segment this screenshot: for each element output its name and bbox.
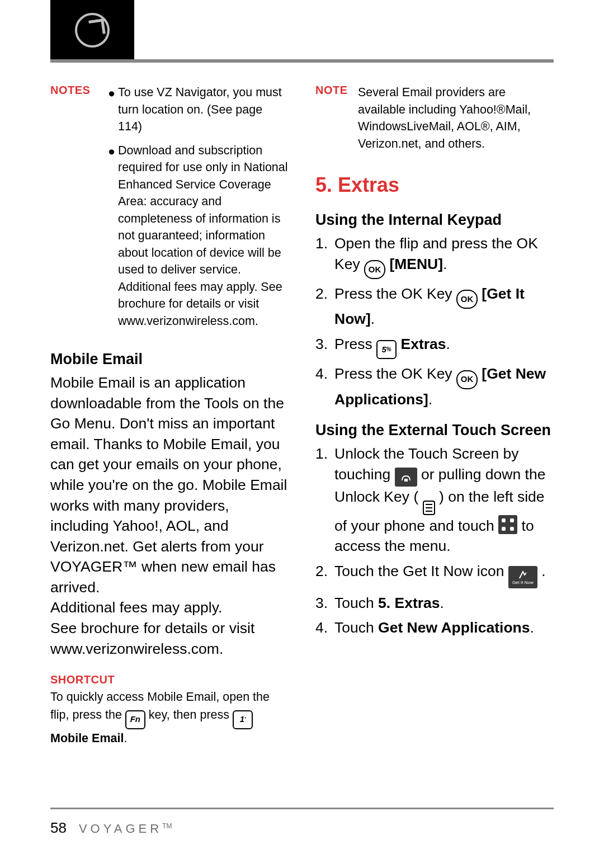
unlock-key-icon [423,501,435,515]
note-text: Several Email providers are available in… [358,84,554,152]
menu-grid-icon [498,515,517,534]
brand-logo: VOYAGERTM [79,822,172,836]
notes-text: To use VZ Navigator, you must turn locat… [118,84,289,135]
notes-item: ● Download and subscription required for… [108,142,289,330]
step-item: Touch the Get It Now icon Get It Now . [315,561,554,588]
keypad-steps: Open the flip and press the OK Key OK [M… [315,233,554,409]
shortcut-label: SHORTCUT [50,671,289,688]
note-block: NOTE Several Email providers are availab… [315,84,554,152]
notes-label: NOTES [50,84,90,96]
svg-rect-0 [404,479,408,482]
step-item: Unlock the Touch Screen by touching or p… [315,444,554,556]
ok-key-icon: OK [456,290,478,309]
page-number: 58 [50,819,67,837]
mobile-email-heading: Mobile Email [50,351,289,368]
keypad-heading: Using the Internal Keypad [315,211,554,229]
shortcut-block: SHORTCUT To quickly access Mobile Email,… [50,671,289,747]
page-footer: 58 VOYAGERTM [50,819,172,837]
ok-key-icon: OK [456,370,478,389]
fn-key-icon: Fn [125,710,145,729]
touchscreen-steps: Unlock the Touch Screen by touching or p… [315,444,554,638]
notes-text: Download and subscription required for u… [118,142,289,330]
unlock-touch-icon [395,468,417,487]
extras-heading: 5. Extras [315,173,554,197]
step-item: Touch 5. Extras. [315,593,554,614]
notes-item: ● To use VZ Navigator, you must turn loc… [108,84,289,135]
five-key-icon: 5% [376,340,397,359]
step-item: Touch Get New Applications. [315,617,554,638]
note-label: NOTE [315,84,348,96]
notes-block: NOTES ● To use VZ Navigator, you must tu… [50,84,289,336]
bottom-divider [50,808,554,809]
left-column: NOTES ● To use VZ Navigator, you must tu… [50,84,289,747]
top-divider [50,59,554,63]
step-item: Press the OK Key OK [Get New Application… [315,364,554,409]
ok-key-icon: OK [364,260,385,279]
step-item: Open the flip and press the OK Key OK [M… [315,233,554,279]
mobile-email-body: Mobile Email is an application downloada… [50,372,289,659]
step-item: Press the OK Key OK [Get It Now]. [315,284,554,329]
one-key-icon: 1' [233,710,253,729]
step-item: Press 5% Extras. [315,334,554,359]
section-icon-badge [50,0,134,60]
get-it-now-icon: Get It Now [508,566,537,588]
shortcut-text: To quickly access Mobile Email, open the… [50,688,289,747]
right-column: NOTE Several Email providers are availab… [315,84,554,747]
touchscreen-heading: Using the External Touch Screen [315,422,554,439]
arrow-circle-icon [75,13,110,48]
